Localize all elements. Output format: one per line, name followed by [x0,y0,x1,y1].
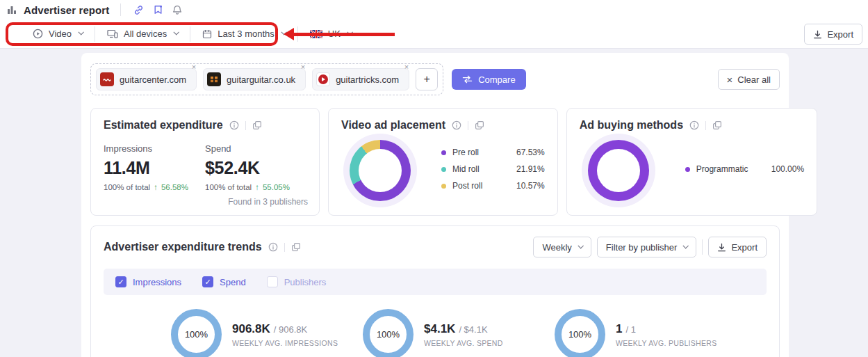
summary-caption: WEEKLY AVG. IMPRESSIONS [232,339,338,347]
legend-item: Mid roll 21.91% [441,164,545,174]
summary-value: 1 [616,322,622,336]
legend-value: 100.00% [771,164,804,174]
estimated-expenditure-card: Estimated expenditure Impressions 11.4M [90,108,320,216]
uk-flag-icon [310,30,322,38]
ring-percent: 100% [568,329,591,340]
impressions-checkbox[interactable]: ✓ Impressions [115,276,181,287]
competitors-row: guitarcenter.com × guitarguitar.co.uk × … [90,62,780,95]
expenditure-trends-card: Advertiser expenditure trends Weekly Fil… [90,225,780,357]
domain-chips-container: guitarcenter.com × guitarguitar.co.uk × … [90,63,443,95]
export-button[interactable]: Export [804,24,862,45]
ring-percent: 100% [377,329,400,340]
filter-devices[interactable]: All devices [95,29,190,39]
filter-date-range[interactable]: Last 3 months [190,29,297,39]
legend-value: 10.57% [516,181,545,191]
summary-value: 906.8K [232,322,270,336]
divider [705,121,706,130]
legend-label: Pre roll [452,148,516,157]
interval-dropdown[interactable]: Weekly [533,237,591,257]
chevron-down-icon [578,243,583,248]
domain-chip[interactable]: guitarguitar.co.uk × [203,68,306,90]
legend-item: Post roll 10.57% [441,181,545,191]
compare-icon [462,75,473,84]
video-ad-placement-donut-chart [350,140,411,201]
trends-export-button[interactable]: Export [708,237,767,257]
chevron-down-icon [78,29,83,35]
download-icon [717,243,726,252]
compare-button-label: Compare [478,74,515,85]
divider [702,239,703,255]
ad-buying-methods-donut-chart [588,140,649,201]
interval-dropdown-label: Weekly [542,242,571,253]
link-icon[interactable] [132,3,145,17]
chevron-down-icon [347,29,352,35]
impressions-share: 100% of total [104,183,150,191]
domain-chip[interactable]: guitarcenter.com × [96,68,197,90]
filter-ad-type[interactable]: Video [21,29,95,39]
filter-by-publisher-dropdown[interactable]: Filter by publisher [597,237,697,257]
trends-export-label: Export [731,242,758,253]
video-ad-placement-card: Video ad placement [328,108,558,216]
chevron-down-icon [174,29,179,35]
checkbox-icon [267,276,278,287]
divider [245,121,246,130]
ad-buying-methods-legend: Programmatic 100.00% [685,164,804,174]
legend-item: Programmatic 100.00% [685,164,804,174]
spend-checkbox[interactable]: ✓ Spend [202,276,246,287]
remove-chip-icon[interactable]: × [301,63,305,71]
checkbox-label: Publishers [284,277,327,287]
info-icon[interactable] [268,242,278,252]
domain-chip[interactable]: guitartricks.com × [312,68,409,90]
bell-icon[interactable] [171,3,183,16]
download-icon [813,30,822,39]
info-icon[interactable] [452,120,461,130]
close-icon: × [727,74,733,85]
copy-icon[interactable] [252,120,262,130]
summary-caption: WEEKLY AVG. PUBLISHERS [616,339,716,347]
calendar-icon [202,29,212,39]
divider [120,3,121,16]
impressions-summary: 100% 906.8K / 906.8K WEEKLY AVG. IMPRESS… [171,309,363,357]
info-icon[interactable] [689,120,699,130]
impressions-stat: Impressions 11.4M 100% of total ↑ 56.58% [104,143,205,191]
impressions-label: Impressions [104,143,205,154]
guitartricks-favicon [316,72,330,86]
bookmark-icon[interactable] [152,3,164,16]
publishers-checkbox[interactable]: Publishers [267,276,327,287]
compare-button[interactable]: Compare [452,69,525,90]
summary-total: / 906.8K [274,324,307,335]
copy-icon[interactable] [291,242,301,252]
legend-dot [441,167,446,172]
filter-ad-type-label: Video [49,29,72,39]
card-title: Estimated expenditure [104,119,223,132]
add-domain-button[interactable]: + [416,68,438,90]
impressions-change: 56.58% [161,183,188,191]
spend-change: 55.05% [263,183,290,191]
filter-devices-label: All devices [124,29,167,39]
summary-total: / 1 [625,324,635,335]
remove-chip-icon[interactable]: × [404,63,409,71]
filter-bar: Video All devices Last 3 months UK Expor… [0,19,868,49]
clear-all-label: Clear all [737,74,771,85]
filter-country-label: UK [328,29,341,39]
publishers-summary: 100% 1 / 1 WEEKLY AVG. PUBLISHERS [555,309,746,357]
checkbox-label: Spend [220,277,246,287]
copy-icon[interactable] [712,120,722,130]
filter-by-publisher-label: Filter by publisher [606,242,678,253]
clear-all-button[interactable]: × Clear all [718,69,780,90]
filter-country[interactable]: UK [298,29,363,39]
remove-chip-icon[interactable]: × [192,63,196,71]
copy-icon[interactable] [475,120,484,130]
trends-title: Advertiser expenditure trends [104,241,262,253]
legend-label: Mid roll [452,164,516,174]
info-icon[interactable] [229,120,239,130]
report-content: guitarcenter.com × guitarguitar.co.uk × … [81,53,789,357]
report-icon [7,5,17,15]
domain-chip-label: guitartricks.com [336,74,399,85]
guitarguitar-favicon [207,72,221,86]
legend-value: 21.91% [516,164,545,174]
legend-value: 67.53% [516,148,545,157]
checkbox-icon: ✓ [115,276,126,287]
card-title: Video ad placement [341,119,445,132]
summary-total: / $4.1K [459,324,487,335]
